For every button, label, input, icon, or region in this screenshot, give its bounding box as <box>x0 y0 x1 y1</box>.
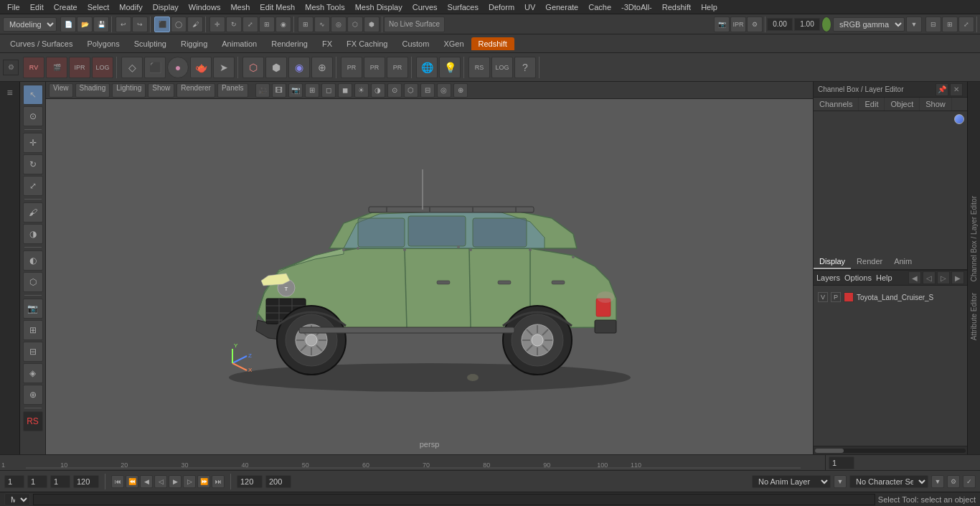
tab-custom[interactable]: Custom <box>395 37 437 50</box>
shelf-arrow-btn[interactable]: ➤ <box>213 57 235 78</box>
menu-3dtall[interactable]: -3DtoAll- <box>617 2 656 12</box>
xray-icon[interactable]: ⊙ <box>387 83 402 98</box>
char-set-extra[interactable]: ✓ <box>963 475 976 488</box>
menu-file[interactable]: File <box>3 2 24 12</box>
layer-right-scroll2[interactable]: ▶ <box>951 271 964 284</box>
menu-cache[interactable]: Cache <box>584 2 616 12</box>
film-icon[interactable]: 🎞 <box>272 83 286 98</box>
menu-select[interactable]: Select <box>83 2 114 12</box>
range-end-input[interactable] <box>73 475 99 488</box>
menu-mesh-tools[interactable]: Mesh Tools <box>301 2 349 12</box>
shelf-log-btn[interactable]: LOG <box>92 57 113 78</box>
shelf-mat-btn[interactable]: ⬡ <box>242 57 264 78</box>
step-fwd-btn[interactable]: ⏩ <box>197 475 210 488</box>
tab-animation[interactable]: Animation <box>215 37 264 50</box>
snap-surface-btn[interactable]: ⬢ <box>364 17 380 32</box>
sculpt-btn[interactable]: ◑ <box>23 224 43 244</box>
shelf-rv-btn[interactable]: RV <box>23 57 44 78</box>
shelf-mat2-btn[interactable]: ⬢ <box>265 57 287 78</box>
fullscreen-btn[interactable]: ⤢ <box>958 17 974 32</box>
open-scene-btn[interactable]: 📂 <box>77 17 93 32</box>
layer-v-btn[interactable]: V <box>818 292 828 302</box>
script-mode-select[interactable]: MEL <box>4 493 30 506</box>
rp-tab-show[interactable]: Show <box>920 98 952 111</box>
shelf-oc-btn[interactable]: ⊕ <box>311 57 333 78</box>
shelf-light-btn[interactable]: 💡 <box>439 57 461 78</box>
step-back-btn[interactable]: ⏪ <box>126 475 138 488</box>
shelf-sphere-btn[interactable]: ● <box>167 57 189 78</box>
tab-rigging[interactable]: Rigging <box>174 37 215 50</box>
next-frame-btn[interactable]: ▷ <box>183 475 196 488</box>
paint-btn[interactable]: 🖌 <box>23 202 43 222</box>
shelf-rs-btn[interactable]: RS <box>468 57 490 78</box>
scale-tool-btn[interactable]: ⤢ <box>23 176 43 196</box>
tab-fx-caching[interactable]: FX Caching <box>339 37 395 50</box>
screen-icon[interactable]: ⊟ <box>420 83 435 98</box>
lasso-select-btn[interactable]: ⊙ <box>23 106 43 126</box>
last-frame-btn[interactable]: ⏭ <box>212 475 225 488</box>
shelf-pr3-btn[interactable]: PR <box>387 57 408 78</box>
render-settings-btn[interactable]: ⚙ <box>747 17 763 32</box>
snap-point-btn[interactable]: ◎ <box>331 17 347 32</box>
char-set-settings[interactable]: ⚙ <box>947 475 960 488</box>
extrude-btn[interactable]: ⊟ <box>23 342 43 362</box>
menu-generate[interactable]: Generate <box>541 2 583 12</box>
bevel-btn[interactable]: ◈ <box>23 363 43 383</box>
bridge-btn[interactable]: ⊕ <box>23 385 43 405</box>
attribute-editor-edge-label[interactable]: Attribute Editor <box>969 287 979 346</box>
rp-sub-display[interactable]: Display <box>814 255 851 269</box>
menu-uv[interactable]: UV <box>520 2 540 12</box>
layer-color-swatch[interactable] <box>844 292 854 302</box>
show-isolate-btn[interactable]: ◐ <box>23 250 43 271</box>
vp-cam-icon[interactable]: 📷 <box>288 83 303 98</box>
frame-field-1[interactable] <box>4 475 24 488</box>
anim-layer-select[interactable]: No Anim Layer <box>752 475 831 488</box>
snap-grid-btn[interactable]: ⊞ <box>298 17 314 32</box>
ipr-btn[interactable]: IPR <box>730 17 746 32</box>
shelf-rs-log-btn[interactable]: LOG <box>491 57 513 78</box>
save-scene-btn[interactable]: 💾 <box>93 17 109 32</box>
play-fwd-btn[interactable]: ▶ <box>169 475 182 488</box>
tab-rendering[interactable]: Rendering <box>264 37 315 50</box>
frame-field-2[interactable] <box>27 475 47 488</box>
layer-p-btn[interactable]: P <box>831 292 841 302</box>
rp-tab-object[interactable]: Object <box>885 98 920 111</box>
menu-display[interactable]: Display <box>149 2 183 12</box>
shelf-pr1-btn[interactable]: PR <box>341 57 362 78</box>
gamma-select[interactable]: sRGB gamma <box>833 17 905 32</box>
rp-pin-btn[interactable]: 📌 <box>936 83 948 96</box>
tab-xgen[interactable]: XGen <box>436 37 471 50</box>
anim-layer-dropdown[interactable]: ▼ <box>834 475 847 488</box>
isolate-icon[interactable]: ◎ <box>437 83 451 98</box>
menu-help[interactable]: Help <box>697 2 722 12</box>
channel-box-edge-label[interactable]: Channel Box / Layer Editor <box>969 190 979 288</box>
shading-menu-btn[interactable]: Shading <box>75 83 110 98</box>
camera-tool-btn[interactable]: 📷 <box>23 299 43 319</box>
first-frame-btn[interactable]: ⏮ <box>111 475 124 488</box>
select-btn[interactable]: ⬛ <box>154 17 170 32</box>
menu-deform[interactable]: Deform <box>484 2 519 12</box>
menu-redshift[interactable]: Redshift <box>658 2 695 12</box>
wireframe-btn[interactable]: ⬡ <box>23 272 43 292</box>
lasso-btn[interactable]: ◯ <box>171 17 187 32</box>
panel-btn[interactable]: ⊞ <box>942 17 958 32</box>
scale-btn[interactable]: ⤢ <box>242 17 258 32</box>
rp-sub-render[interactable]: Render <box>851 255 888 269</box>
range-max-input[interactable] <box>265 475 291 488</box>
tab-redshift[interactable]: Redshift <box>471 37 514 50</box>
layout-btn[interactable]: ⊟ <box>925 17 941 32</box>
scroll-thumb[interactable] <box>815 449 844 453</box>
redo-btn[interactable]: ↪ <box>132 17 148 32</box>
menu-windows[interactable]: Windows <box>184 2 225 12</box>
frame-field-3[interactable] <box>50 475 70 488</box>
live-surface-btn[interactable]: No Live Surface <box>384 17 445 32</box>
range-end2-input[interactable] <box>237 475 263 488</box>
panel-icon[interactable]: ⊕ <box>453 83 468 98</box>
show-menu-btn[interactable]: Show <box>148 83 174 98</box>
shelf-cube-btn[interactable]: ⬛ <box>144 57 166 78</box>
command-input[interactable] <box>33 494 875 505</box>
layers-scrollbar[interactable] <box>814 446 967 454</box>
undo-btn[interactable]: ↩ <box>116 17 131 32</box>
lighting-menu-btn[interactable]: Lighting <box>112 83 146 98</box>
move-btn[interactable]: ✛ <box>209 17 225 32</box>
